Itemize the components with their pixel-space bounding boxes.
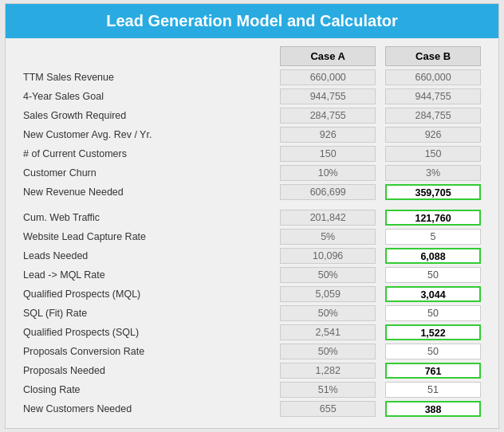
case-a-value: 5% — [275, 227, 380, 246]
case-b-header: Case B — [380, 45, 486, 68]
table-row: Lead -> MQL Rate50%50 — [18, 265, 486, 285]
case-a-value: 50% — [275, 265, 380, 285]
row-label: 4-Year Sales Goal — [18, 87, 275, 106]
case-b-value: 359,705 — [380, 183, 486, 202]
row-label: Leads Needed — [18, 246, 275, 265]
case-b-value: 761 — [380, 361, 486, 380]
case-a-value: 50% — [275, 342, 380, 361]
table-area: Case A Case B TTM Sales Revenue660,00066… — [6, 38, 498, 428]
row-label: Lead -> MQL Rate — [18, 265, 275, 285]
table-row: 4-Year Sales Goal944,755944,755 — [18, 87, 486, 106]
case-a-value: 1,282 — [275, 361, 380, 380]
table-row: Closing Rate51%51 — [18, 380, 486, 399]
case-a-value: 606,699 — [275, 183, 380, 202]
main-container: Lead Generation Model and Calculator Cas… — [5, 3, 499, 429]
case-a-value: 201,842 — [275, 208, 380, 227]
case-a-value: 284,755 — [275, 106, 380, 125]
case-a-value: 655 — [275, 399, 380, 418]
table-row: New Customer Avg. Rev / Yr.926926 — [18, 125, 486, 144]
case-a-value: 150 — [275, 144, 380, 163]
table-row: Proposals Conversion Rate50%50 — [18, 342, 486, 361]
table-row: Proposals Needed1,282761 — [18, 361, 486, 380]
case-a-value: 10% — [275, 163, 380, 183]
row-label: Cum. Web Traffic — [18, 208, 275, 227]
case-b-value: 284,755 — [380, 106, 486, 125]
row-label: New Customer Avg. Rev / Yr. — [18, 125, 275, 144]
row-label: Proposals Conversion Rate — [18, 342, 275, 361]
case-a-value: 944,755 — [275, 87, 380, 106]
row-label: SQL (Fit) Rate — [18, 304, 275, 323]
row-label: Closing Rate — [18, 380, 275, 399]
case-b-value: 5 — [380, 227, 486, 246]
case-a-value: 10,096 — [275, 246, 380, 265]
case-b-value: 660,000 — [380, 68, 486, 87]
case-b-value: 121,760 — [380, 208, 486, 227]
case-b-value: 51 — [380, 380, 486, 399]
row-label: Sales Growth Required — [18, 106, 275, 125]
case-b-value: 944,755 — [380, 87, 486, 106]
case-b-value: 1,522 — [380, 323, 486, 342]
table-row: Leads Needed10,0966,088 — [18, 246, 486, 265]
case-a-header: Case A — [275, 45, 380, 68]
row-label: Qualified Prospects (SQL) — [18, 323, 275, 342]
empty-header — [18, 45, 275, 68]
table-row: Qualified Prospects (MQL)5,0593,044 — [18, 285, 486, 304]
row-label: Proposals Needed — [18, 361, 275, 380]
case-b-value: 3,044 — [380, 285, 486, 304]
table-row: Website Lead Capture Rate5%5 — [18, 227, 486, 246]
table-row: SQL (Fit) Rate50%50 — [18, 304, 486, 323]
case-b-value: 50 — [380, 304, 486, 323]
data-table: Case A Case B TTM Sales Revenue660,00066… — [18, 45, 486, 418]
row-label: Qualified Prospects (MQL) — [18, 285, 275, 304]
case-b-value: 388 — [380, 399, 486, 418]
row-label: New Customers Needed — [18, 399, 275, 418]
table-row: Sales Growth Required284,755284,755 — [18, 106, 486, 125]
case-b-value: 3% — [380, 163, 486, 183]
case-b-value: 50 — [380, 342, 486, 361]
case-b-value: 926 — [380, 125, 486, 144]
page-title: Lead Generation Model and Calculator — [6, 4, 498, 38]
case-a-value: 660,000 — [275, 68, 380, 87]
table-row: Cum. Web Traffic201,842121,760 — [18, 208, 486, 227]
case-a-value: 5,059 — [275, 285, 380, 304]
row-label: Customer Churn — [18, 163, 275, 183]
case-a-value: 926 — [275, 125, 380, 144]
table-row: Qualified Prospects (SQL)2,5411,522 — [18, 323, 486, 342]
row-label: # of Current Customers — [18, 144, 275, 163]
case-a-value: 2,541 — [275, 323, 380, 342]
table-row: New Customers Needed655388 — [18, 399, 486, 418]
row-label: Website Lead Capture Rate — [18, 227, 275, 246]
row-label: TTM Sales Revenue — [18, 68, 275, 87]
case-a-value: 50% — [275, 304, 380, 323]
case-a-value: 51% — [275, 380, 380, 399]
table-row: TTM Sales Revenue660,000660,000 — [18, 68, 486, 87]
case-b-value: 6,088 — [380, 246, 486, 265]
case-b-value: 50 — [380, 265, 486, 285]
table-row: New Revenue Needed606,699359,705 — [18, 183, 486, 202]
table-row: # of Current Customers150150 — [18, 144, 486, 163]
case-b-value: 150 — [380, 144, 486, 163]
table-row: Customer Churn10%3% — [18, 163, 486, 183]
row-label: New Revenue Needed — [18, 183, 275, 202]
